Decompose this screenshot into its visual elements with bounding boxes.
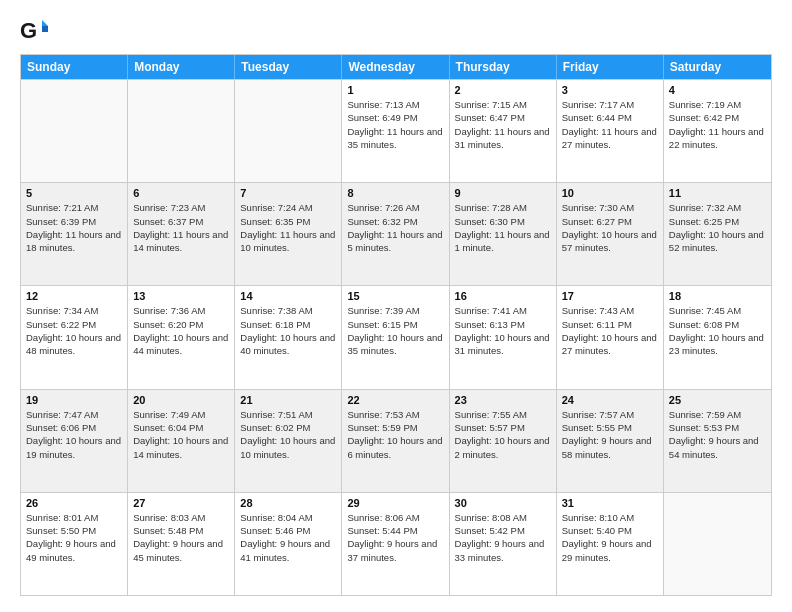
- sunrise-text: Sunrise: 7:39 AM: [347, 304, 443, 317]
- sunset-text: Sunset: 5:44 PM: [347, 524, 443, 537]
- day-number: 13: [133, 290, 229, 302]
- sunset-text: Sunset: 6:44 PM: [562, 111, 658, 124]
- cal-cell-0-4: 2Sunrise: 7:15 AMSunset: 6:47 PMDaylight…: [450, 80, 557, 182]
- sunset-text: Sunset: 6:49 PM: [347, 111, 443, 124]
- weekday-header-monday: Monday: [128, 55, 235, 79]
- sunset-text: Sunset: 5:48 PM: [133, 524, 229, 537]
- day-number: 29: [347, 497, 443, 509]
- weekday-header-saturday: Saturday: [664, 55, 771, 79]
- sunrise-text: Sunrise: 7:26 AM: [347, 201, 443, 214]
- sunset-text: Sunset: 6:35 PM: [240, 215, 336, 228]
- cal-cell-4-6: [664, 493, 771, 595]
- day-number: 4: [669, 84, 766, 96]
- day-number: 1: [347, 84, 443, 96]
- day-number: 16: [455, 290, 551, 302]
- sunset-text: Sunset: 6:08 PM: [669, 318, 766, 331]
- day-number: 18: [669, 290, 766, 302]
- daylight-text: Daylight: 11 hours and 5 minutes.: [347, 228, 443, 255]
- day-number: 28: [240, 497, 336, 509]
- cal-cell-4-2: 28Sunrise: 8:04 AMSunset: 5:46 PMDayligh…: [235, 493, 342, 595]
- day-number: 15: [347, 290, 443, 302]
- sunrise-text: Sunrise: 7:38 AM: [240, 304, 336, 317]
- cal-row-0: 1Sunrise: 7:13 AMSunset: 6:49 PMDaylight…: [21, 79, 771, 182]
- sunset-text: Sunset: 6:27 PM: [562, 215, 658, 228]
- sunset-text: Sunset: 5:50 PM: [26, 524, 122, 537]
- sunset-text: Sunset: 6:30 PM: [455, 215, 551, 228]
- day-number: 30: [455, 497, 551, 509]
- daylight-text: Daylight: 10 hours and 6 minutes.: [347, 434, 443, 461]
- calendar-body: 1Sunrise: 7:13 AMSunset: 6:49 PMDaylight…: [21, 79, 771, 595]
- sunrise-text: Sunrise: 7:30 AM: [562, 201, 658, 214]
- cal-cell-3-1: 20Sunrise: 7:49 AMSunset: 6:04 PMDayligh…: [128, 390, 235, 492]
- daylight-text: Daylight: 10 hours and 23 minutes.: [669, 331, 766, 358]
- sunrise-text: Sunrise: 7:41 AM: [455, 304, 551, 317]
- sunrise-text: Sunrise: 7:24 AM: [240, 201, 336, 214]
- day-number: 2: [455, 84, 551, 96]
- day-number: 26: [26, 497, 122, 509]
- daylight-text: Daylight: 10 hours and 35 minutes.: [347, 331, 443, 358]
- daylight-text: Daylight: 9 hours and 58 minutes.: [562, 434, 658, 461]
- cal-row-3: 19Sunrise: 7:47 AMSunset: 6:06 PMDayligh…: [21, 389, 771, 492]
- calendar: SundayMondayTuesdayWednesdayThursdayFrid…: [20, 54, 772, 596]
- daylight-text: Daylight: 11 hours and 18 minutes.: [26, 228, 122, 255]
- daylight-text: Daylight: 11 hours and 31 minutes.: [455, 125, 551, 152]
- cal-cell-0-2: [235, 80, 342, 182]
- sunset-text: Sunset: 5:55 PM: [562, 421, 658, 434]
- sunrise-text: Sunrise: 7:32 AM: [669, 201, 766, 214]
- sunrise-text: Sunrise: 8:06 AM: [347, 511, 443, 524]
- sunset-text: Sunset: 6:47 PM: [455, 111, 551, 124]
- sunrise-text: Sunrise: 7:45 AM: [669, 304, 766, 317]
- sunrise-text: Sunrise: 7:28 AM: [455, 201, 551, 214]
- day-number: 17: [562, 290, 658, 302]
- cal-cell-0-0: [21, 80, 128, 182]
- cal-cell-0-5: 3Sunrise: 7:17 AMSunset: 6:44 PMDaylight…: [557, 80, 664, 182]
- sunset-text: Sunset: 6:32 PM: [347, 215, 443, 228]
- daylight-text: Daylight: 11 hours and 22 minutes.: [669, 125, 766, 152]
- daylight-text: Daylight: 9 hours and 49 minutes.: [26, 537, 122, 564]
- page-header: G: [20, 16, 772, 44]
- sunset-text: Sunset: 5:59 PM: [347, 421, 443, 434]
- cal-cell-4-1: 27Sunrise: 8:03 AMSunset: 5:48 PMDayligh…: [128, 493, 235, 595]
- day-number: 7: [240, 187, 336, 199]
- cal-cell-4-4: 30Sunrise: 8:08 AMSunset: 5:42 PMDayligh…: [450, 493, 557, 595]
- logo-icon: G: [20, 16, 48, 44]
- daylight-text: Daylight: 9 hours and 37 minutes.: [347, 537, 443, 564]
- logo: G: [20, 16, 52, 44]
- daylight-text: Daylight: 10 hours and 48 minutes.: [26, 331, 122, 358]
- sunrise-text: Sunrise: 8:10 AM: [562, 511, 658, 524]
- day-number: 5: [26, 187, 122, 199]
- day-number: 27: [133, 497, 229, 509]
- daylight-text: Daylight: 10 hours and 31 minutes.: [455, 331, 551, 358]
- sunrise-text: Sunrise: 7:59 AM: [669, 408, 766, 421]
- cal-cell-3-2: 21Sunrise: 7:51 AMSunset: 6:02 PMDayligh…: [235, 390, 342, 492]
- cal-cell-4-3: 29Sunrise: 8:06 AMSunset: 5:44 PMDayligh…: [342, 493, 449, 595]
- cal-cell-1-2: 7Sunrise: 7:24 AMSunset: 6:35 PMDaylight…: [235, 183, 342, 285]
- sunset-text: Sunset: 6:25 PM: [669, 215, 766, 228]
- sunrise-text: Sunrise: 8:08 AM: [455, 511, 551, 524]
- sunrise-text: Sunrise: 7:51 AM: [240, 408, 336, 421]
- sunset-text: Sunset: 5:40 PM: [562, 524, 658, 537]
- daylight-text: Daylight: 11 hours and 10 minutes.: [240, 228, 336, 255]
- sunrise-text: Sunrise: 7:19 AM: [669, 98, 766, 111]
- sunrise-text: Sunrise: 8:03 AM: [133, 511, 229, 524]
- weekday-header-friday: Friday: [557, 55, 664, 79]
- cal-cell-1-4: 9Sunrise: 7:28 AMSunset: 6:30 PMDaylight…: [450, 183, 557, 285]
- cal-row-2: 12Sunrise: 7:34 AMSunset: 6:22 PMDayligh…: [21, 285, 771, 388]
- sunrise-text: Sunrise: 7:34 AM: [26, 304, 122, 317]
- cal-cell-0-1: [128, 80, 235, 182]
- sunrise-text: Sunrise: 7:15 AM: [455, 98, 551, 111]
- sunrise-text: Sunrise: 7:13 AM: [347, 98, 443, 111]
- sunset-text: Sunset: 6:20 PM: [133, 318, 229, 331]
- cal-cell-1-5: 10Sunrise: 7:30 AMSunset: 6:27 PMDayligh…: [557, 183, 664, 285]
- sunrise-text: Sunrise: 7:49 AM: [133, 408, 229, 421]
- daylight-text: Daylight: 10 hours and 27 minutes.: [562, 331, 658, 358]
- weekday-header-sunday: Sunday: [21, 55, 128, 79]
- cal-cell-2-6: 18Sunrise: 7:45 AMSunset: 6:08 PMDayligh…: [664, 286, 771, 388]
- calendar-header: SundayMondayTuesdayWednesdayThursdayFrid…: [21, 55, 771, 79]
- day-number: 9: [455, 187, 551, 199]
- svg-marker-2: [42, 26, 48, 32]
- cal-cell-3-5: 24Sunrise: 7:57 AMSunset: 5:55 PMDayligh…: [557, 390, 664, 492]
- sunset-text: Sunset: 6:02 PM: [240, 421, 336, 434]
- sunrise-text: Sunrise: 7:21 AM: [26, 201, 122, 214]
- sunset-text: Sunset: 5:53 PM: [669, 421, 766, 434]
